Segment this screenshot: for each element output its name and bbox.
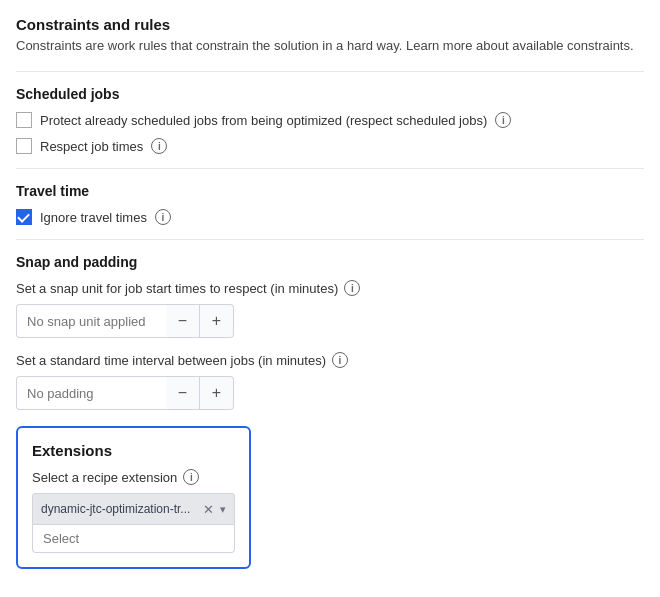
ignore-travel-times-row: Ignore travel times i (16, 209, 644, 225)
snap-field-label: Set a snap unit for job start times to r… (16, 280, 644, 296)
extensions-title: Extensions (32, 442, 235, 459)
padding-input[interactable] (16, 376, 166, 410)
snap-and-padding-section: Snap and padding Set a snap unit for job… (16, 254, 644, 410)
recipe-select-wrapper: dynamic-jtc-optimization-tr... ✕ ▾ (32, 493, 235, 553)
snap-plus-button[interactable]: + (200, 304, 234, 338)
padding-minus-button[interactable]: − (166, 376, 200, 410)
respect-job-times-label: Respect job times (40, 139, 143, 154)
padding-info-icon[interactable]: i (332, 352, 348, 368)
divider-2 (16, 168, 644, 169)
recipe-label: Select a recipe extension i (32, 469, 235, 485)
snap-info-icon[interactable]: i (344, 280, 360, 296)
recipe-select-input[interactable] (32, 525, 235, 553)
protect-jobs-info-icon[interactable]: i (495, 112, 511, 128)
respect-job-times-info-icon[interactable]: i (151, 138, 167, 154)
travel-time-section: Travel time Ignore travel times i (16, 183, 644, 225)
divider-3 (16, 239, 644, 240)
ignore-travel-times-checkbox[interactable] (16, 209, 32, 225)
divider-1 (16, 71, 644, 72)
protect-jobs-row: Protect already scheduled jobs from bein… (16, 112, 644, 128)
padding-plus-button[interactable]: + (200, 376, 234, 410)
scheduled-jobs-section: Scheduled jobs Protect already scheduled… (16, 86, 644, 154)
padding-field-label: Set a standard time interval between job… (16, 352, 644, 368)
snap-and-padding-title: Snap and padding (16, 254, 644, 270)
ignore-travel-times-info-icon[interactable]: i (155, 209, 171, 225)
respect-job-times-checkbox[interactable] (16, 138, 32, 154)
recipe-tag-close-icon[interactable]: ✕ (203, 502, 214, 517)
snap-minus-button[interactable]: − (166, 304, 200, 338)
respect-job-times-row: Respect job times i (16, 138, 644, 154)
ignore-travel-times-label: Ignore travel times (40, 210, 147, 225)
section-desc: Constraints are work rules that constrai… (16, 37, 644, 55)
padding-stepper-row: − + (16, 376, 644, 410)
protect-jobs-checkbox[interactable] (16, 112, 32, 128)
section-title: Constraints and rules (16, 16, 644, 33)
recipe-tag-chevron-icon: ▾ (220, 503, 226, 516)
recipe-tag[interactable]: dynamic-jtc-optimization-tr... ✕ ▾ (32, 493, 235, 525)
travel-time-title: Travel time (16, 183, 644, 199)
recipe-info-icon[interactable]: i (183, 469, 199, 485)
protect-jobs-label: Protect already scheduled jobs from bein… (40, 113, 487, 128)
scheduled-jobs-title: Scheduled jobs (16, 86, 644, 102)
recipe-tag-text: dynamic-jtc-optimization-tr... (41, 502, 197, 516)
extensions-section: Extensions Select a recipe extension i d… (16, 426, 251, 569)
snap-input[interactable] (16, 304, 166, 338)
snap-stepper-row: − + (16, 304, 644, 338)
